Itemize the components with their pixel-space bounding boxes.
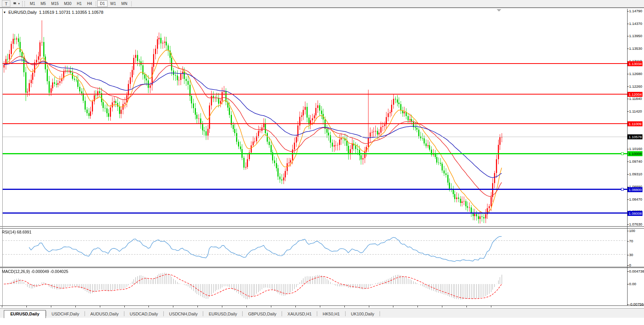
axis-tick-mark — [627, 36, 629, 36]
toolbar-grip — [22, 1, 25, 7]
timeframe-button-m5[interactable]: M5 — [38, 0, 49, 7]
axis-tick-mark — [627, 174, 629, 175]
current-price-line — [3, 137, 627, 137]
price-axis-label: 1.07630 — [629, 222, 642, 226]
chart-shift-marker-icon[interactable] — [497, 9, 501, 11]
tab-hk50-h1[interactable]: HK50,H1 — [317, 310, 345, 318]
price-axis-label: 1.10578 — [628, 134, 642, 139]
chart-window: ▼ EURUSD,Daily 1.10519 1.10731 1.10355 1… — [0, 8, 644, 316]
horizontal-line-1.11009[interactable] — [3, 123, 627, 124]
axis-tick-mark — [627, 111, 629, 112]
rsi-indicator-plot[interactable] — [3, 229, 627, 267]
date-tick-mark — [197, 306, 198, 307]
tab-usdcnh-daily[interactable]: USDCNH,Daily — [164, 310, 203, 318]
line-drag-handle[interactable] — [621, 152, 624, 155]
tab-usdchf-daily[interactable]: USDCHF,Daily — [46, 310, 85, 318]
symbol-tab-bar: EURUSD,DailyUSDCHF,DailyAUDUSD,DailyUSDC… — [0, 308, 644, 318]
macd-chart-canvas[interactable] — [3, 268, 627, 305]
timeframe-button-m30[interactable]: M30 — [61, 0, 74, 7]
date-tick-mark — [26, 306, 27, 307]
date-tick-mark — [393, 306, 393, 307]
timeframe-button-w1[interactable]: W1 — [108, 0, 119, 7]
axis-tick-mark — [627, 11, 629, 11]
axis-tick-mark — [627, 231, 629, 231]
price-axis-label: 1.08008 — [628, 211, 642, 216]
date-tick-mark — [271, 306, 271, 307]
price-axis-label: 30 — [629, 253, 633, 257]
date-tick-mark — [466, 306, 467, 307]
date-tick-mark — [491, 306, 491, 307]
date-tick-mark — [173, 306, 173, 307]
price-axis-label: 1.12260 — [629, 84, 642, 88]
price-axis-label: 1.12680 — [629, 72, 642, 76]
tab-xauusd-h1[interactable]: XAUUSD,H1 — [282, 310, 317, 318]
price-axis-label: 1.13950 — [629, 34, 642, 38]
axis-tick-mark — [627, 199, 629, 200]
price-axis-label: 1.10008 — [628, 151, 642, 156]
date-tick-mark — [246, 306, 247, 307]
tab-separator — [380, 311, 380, 316]
candlestick-chart-canvas[interactable] — [3, 9, 627, 226]
horizontal-line-1.10008[interactable] — [3, 153, 627, 154]
axis-tick-mark — [627, 99, 629, 99]
timeframe-button-d1[interactable]: D1 — [97, 0, 108, 7]
price-axis-label: 1.14370 — [629, 21, 642, 26]
horizontal-line-1.08008[interactable] — [3, 212, 627, 214]
price-axis-label: 1.08470 — [629, 197, 642, 201]
timeframe-button-h1[interactable]: H1 — [74, 0, 85, 7]
price-axis[interactable]: 1.147901.143701.139501.135301.131101.126… — [627, 8, 644, 316]
horizontal-line-1.08800[interactable] — [3, 189, 627, 190]
horizontal-line-1.13034[interactable] — [3, 63, 627, 64]
axis-tick-mark — [627, 241, 629, 242]
price-axis-label: 1.13034 — [628, 61, 642, 66]
date-tick-mark — [51, 306, 51, 307]
toolbar-separator — [96, 1, 96, 7]
price-axis-label: 0 — [629, 263, 631, 267]
horizontal-line-1.12004[interactable] — [3, 94, 627, 95]
tab-eurusd-daily[interactable]: EURUSD,Daily — [203, 310, 242, 318]
price-axis-label: 1.10160 — [629, 147, 642, 151]
timeframe-button-m1[interactable]: M1 — [27, 0, 38, 7]
price-axis-label: 1.12004 — [628, 92, 642, 97]
text-tool-button[interactable]: T — [2, 0, 10, 7]
toolbar-separator — [131, 1, 132, 7]
macd-indicator-plot[interactable] — [3, 268, 627, 305]
date-tick-mark — [75, 306, 76, 307]
date-tick-mark — [124, 306, 125, 307]
price-axis-label: 1.13530 — [629, 46, 642, 51]
main-price-plot[interactable] — [3, 9, 627, 226]
price-axis-label: 1.11840 — [629, 96, 642, 101]
date-tick-mark — [295, 306, 296, 307]
timeframe-button-m15[interactable]: M15 — [49, 0, 61, 7]
price-axis-label: 1.08800 — [628, 187, 642, 192]
line-drag-handle[interactable] — [621, 188, 624, 191]
rsi-label: RSI(14) 68.6991 — [2, 230, 31, 234]
plot-left-border — [2, 9, 3, 305]
date-tick-mark — [320, 306, 320, 307]
date-tick-mark — [148, 306, 149, 307]
diagonal-arrows-icon — [12, 1, 17, 7]
tab-gbpusd-daily[interactable]: GBPUSD,Daily — [243, 310, 282, 318]
price-axis-label: 1.09310 — [629, 172, 642, 176]
price-axis-label: 1.14790 — [629, 9, 642, 13]
arrow-objects-button[interactable]: ▾ — [12, 1, 20, 7]
rsi-chart-canvas[interactable] — [3, 229, 627, 267]
top-toolbar: T ▾ M1M5M15M30H1H4D1W1MN — [0, 0, 644, 8]
timeframe-button-h4[interactable]: H4 — [85, 0, 95, 7]
date-tick-mark — [417, 306, 418, 307]
trading-platform-window: T ▾ M1M5M15M30H1H4D1W1MN ▼ EURUSD,Daily … — [0, 0, 644, 325]
axis-tick-mark — [627, 265, 629, 266]
tab-eurusd-daily[interactable]: EURUSD,Daily — [4, 310, 46, 318]
macd-label: MACD(12,26,9) -0.000049 -0.004025 — [2, 269, 68, 274]
price-axis-label: 0.004738 — [629, 269, 644, 273]
axis-tick-mark — [627, 224, 629, 225]
timeframe-button-mn[interactable]: MN — [119, 0, 130, 7]
date-tick-mark — [442, 306, 442, 307]
price-axis-label: 1.11009 — [628, 121, 642, 126]
tab-usdcad-daily[interactable]: USDCAD,Daily — [124, 310, 163, 318]
timeframe-group: M1M5M15M30H1H4D1W1MN — [27, 0, 133, 7]
tab-uk100-daily[interactable]: UK100,Daily — [346, 310, 380, 318]
tab-audusd-daily[interactable]: AUDUSD,Daily — [85, 310, 124, 318]
price-axis-label: 70 — [629, 239, 633, 243]
price-axis-label: 1.11420 — [629, 109, 642, 113]
